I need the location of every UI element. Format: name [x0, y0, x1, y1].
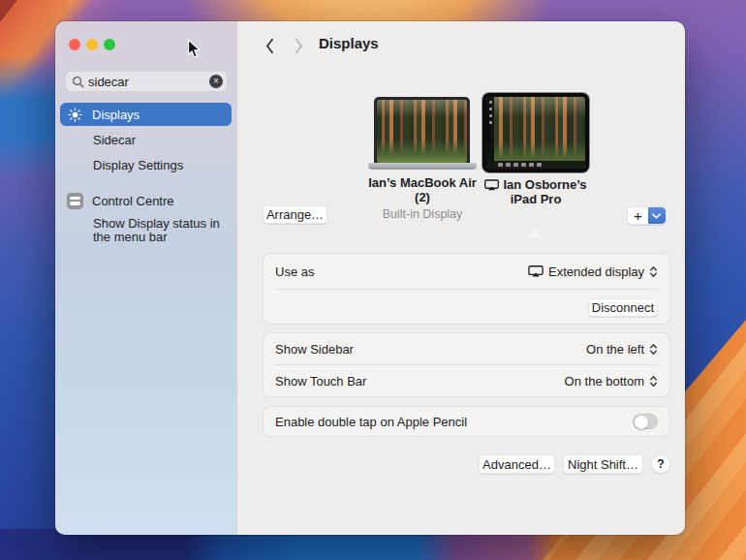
advanced-button[interactable]: Advanced… — [479, 454, 555, 474]
sidecar-options-group: Show Sidebar On the left Show Touch Bar … — [263, 332, 670, 397]
show-touch-bar-label: Show Touch Bar — [275, 374, 366, 389]
use-as-group: Use as Extended display Disconnect — [263, 253, 670, 325]
sidebar: × Displays Sidecar Display Settings Cont… — [55, 21, 236, 535]
sidebar-item-control-centre[interactable]: Control Centre — [60, 189, 232, 212]
ipad-wallpaper-preview — [486, 97, 585, 169]
use-as-popup[interactable]: Extended display — [528, 264, 658, 279]
close-button[interactable] — [69, 39, 80, 50]
sidecar-display-icon — [484, 179, 499, 191]
minimize-button[interactable] — [86, 39, 98, 50]
extended-display-icon — [528, 265, 544, 277]
use-as-value: Extended display — [548, 264, 644, 279]
ipad-sidebar-strip — [486, 97, 494, 169]
search-icon — [72, 76, 84, 88]
plus-icon: + — [634, 207, 642, 224]
disconnect-button[interactable]: Disconnect — [588, 298, 658, 317]
add-display-button[interactable]: + — [628, 207, 648, 224]
show-sidebar-popup[interactable]: On the left — [586, 342, 658, 357]
stepper-chevrons-icon — [649, 265, 658, 278]
use-as-label: Use as — [275, 264, 314, 279]
page-title: Displays — [319, 35, 379, 51]
show-sidebar-label: Show Sidebar — [275, 342, 354, 357]
macbook-wallpaper-preview — [377, 100, 467, 163]
search-field[interactable]: × — [65, 71, 228, 92]
sidebar-item-display-settings[interactable]: Display Settings — [60, 153, 232, 176]
clear-search-icon[interactable]: × — [209, 75, 223, 88]
arrange-button[interactable]: Arrange… — [263, 205, 327, 224]
macbook-display-thumbnail[interactable] — [374, 97, 470, 165]
chevron-down-icon — [652, 213, 661, 219]
help-button[interactable]: ? — [651, 454, 670, 474]
control-centre-icon — [67, 193, 83, 209]
question-mark-icon: ? — [657, 457, 664, 471]
macbook-display-subtitle: Built-in Display — [329, 207, 515, 222]
show-touch-bar-popup[interactable]: On the bottom — [565, 374, 658, 389]
popover-notch — [526, 229, 544, 237]
apple-pencil-group: Enable double tap on Apple Pencil — [263, 406, 670, 437]
show-sidebar-value: On the left — [586, 342, 644, 357]
apple-pencil-toggle[interactable] — [633, 414, 658, 429]
ipad-display-label: Ian Osborne’s iPad Pro — [473, 178, 599, 206]
forward-button[interactable] — [291, 37, 306, 54]
macbook-base — [368, 163, 477, 170]
zoom-button[interactable] — [104, 39, 115, 50]
sidebar-item-label: Show Display status in the menu bar — [93, 217, 225, 244]
sidebar-item-label: Sidecar — [93, 133, 136, 147]
back-button[interactable] — [262, 37, 277, 54]
ipad-dock-strip — [494, 161, 585, 169]
settings-window: × Displays Sidecar Display Settings Cont… — [55, 21, 685, 535]
mouse-cursor-icon — [187, 39, 203, 64]
toggle-knob — [635, 416, 648, 429]
stepper-chevrons-icon — [649, 375, 658, 388]
sidebar-item-show-display-status[interactable]: Show Display status in the menu bar — [60, 215, 225, 244]
apple-pencil-label: Enable double tap on Apple Pencil — [275, 415, 467, 429]
night-shift-button[interactable]: Night Shift… — [563, 454, 643, 474]
sidebar-item-label: Display Settings — [93, 158, 183, 172]
sidebar-item-displays[interactable]: Displays — [60, 103, 232, 126]
stepper-chevrons-icon — [649, 343, 658, 356]
content-pane: Displays Ian’s MacBook Air (2) Built-in … — [236, 21, 685, 535]
add-display-dropdown-button[interactable] — [648, 207, 666, 224]
sidebar-item-label: Displays — [92, 108, 140, 122]
sidebar-item-sidecar[interactable]: Sidecar — [60, 128, 232, 151]
ipad-display-thumbnail[interactable] — [482, 93, 589, 172]
footer-buttons: Advanced… Night Shift… ? — [237, 454, 685, 474]
brightness-sun-icon — [67, 107, 83, 123]
show-touch-bar-value: On the bottom — [565, 374, 644, 389]
search-input[interactable] — [88, 75, 209, 89]
sidebar-item-label: Control Centre — [92, 194, 174, 208]
add-display-split-button: + — [627, 206, 667, 225]
